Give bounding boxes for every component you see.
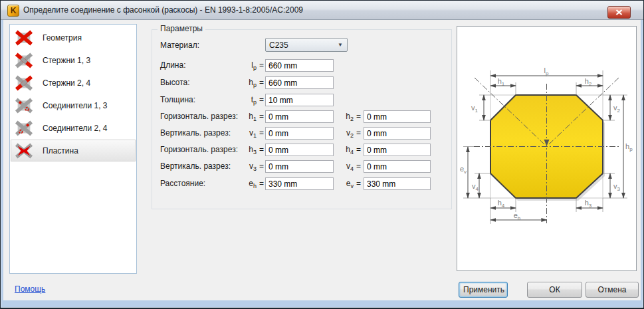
cancel-button[interactable]: Отмена bbox=[586, 282, 639, 298]
vertical-cut-label-2: Вертикаль. разрез: bbox=[160, 161, 231, 171]
length-row: Длина: lp= bbox=[152, 59, 451, 72]
height-label: Высота: bbox=[160, 78, 190, 87]
sidebar-list: Геометрия Стержни 1, 3 Стержни 2 bbox=[9, 24, 137, 274]
horizontal-cut-label-2: Горизонталь. разрез: bbox=[160, 145, 238, 154]
plate-icon bbox=[14, 140, 34, 161]
sidebar-item-members-1-3[interactable]: Стержни 1, 3 bbox=[11, 49, 136, 71]
material-value: C235 bbox=[269, 41, 338, 50]
sidebar-item-label: Стержни 2, 4 bbox=[43, 78, 90, 88]
help-link[interactable]: Помощь bbox=[15, 284, 45, 294]
braces-2-4-icon bbox=[14, 72, 34, 94]
group-title: Параметры bbox=[158, 24, 205, 33]
dim-label-h4: h4 bbox=[498, 199, 505, 209]
ev-input[interactable] bbox=[364, 177, 431, 190]
v2-input[interactable] bbox=[364, 127, 431, 140]
close-button[interactable] bbox=[607, 6, 631, 19]
ok-button[interactable]: ОК bbox=[527, 282, 582, 298]
dim-label-v1: v1 bbox=[471, 104, 479, 114]
sidebar-item-geometry[interactable]: Геометрия bbox=[11, 27, 136, 49]
horizontal-cut-1-2-row: Горизонталь. разрез: h1= h2= bbox=[152, 110, 451, 124]
material-row: Материал: C235 ▼ bbox=[152, 39, 451, 52]
dim-label-lp: lp bbox=[544, 66, 549, 76]
window-title: Определите соединение с фасонкой (раскос… bbox=[23, 1, 303, 20]
ev-symbol: ev= bbox=[337, 179, 361, 189]
apply-button[interactable]: Применить bbox=[459, 282, 508, 298]
sidebar-item-label: Геометрия bbox=[43, 33, 82, 43]
vertical-cut-label: Вертикаль. разрез: bbox=[160, 128, 231, 138]
vertical-cut-3-4-row: Вертикаль. разрез: v3= v4= bbox=[152, 160, 451, 173]
eh-symbol: eh= bbox=[232, 179, 264, 189]
sidebar-item-label: Стержни 1, 3 bbox=[43, 56, 90, 65]
h3-symbol: h3= bbox=[232, 145, 264, 155]
braces-1-3-icon bbox=[14, 50, 34, 71]
v1-symbol: v1= bbox=[232, 128, 264, 139]
v3-symbol: v3= bbox=[232, 161, 264, 172]
dim-label-v2: v2 bbox=[613, 104, 621, 114]
h4-input[interactable] bbox=[364, 144, 431, 156]
dropdown-arrow-icon: ▼ bbox=[338, 42, 343, 48]
h2-symbol: h2= bbox=[337, 112, 361, 122]
plate-diagram: lp h1 h2 v1 v2 hp ev v4 v3 h4 h3 eh bbox=[457, 27, 636, 270]
horizontal-cut-3-4-row: Горизонталь. разрез: h3= h4= bbox=[152, 144, 451, 157]
app-icon: K bbox=[7, 5, 19, 17]
distance-row: Расстояние: eh= ev= bbox=[152, 177, 451, 191]
distance-label: Расстояние: bbox=[160, 179, 205, 188]
v2-symbol: v2= bbox=[337, 128, 361, 139]
thickness-input[interactable] bbox=[265, 94, 334, 106]
dim-label-hp: hp bbox=[625, 142, 633, 152]
titlebar[interactable]: K Определите соединение с фасонкой (раск… bbox=[1, 1, 643, 20]
connectors-2-4-icon bbox=[14, 118, 34, 139]
dim-label-ev: ev bbox=[460, 165, 467, 175]
dim-label-h3: h3 bbox=[585, 199, 592, 209]
preview-panel: lp h1 h2 v1 v2 hp ev v4 v3 h4 h3 eh bbox=[457, 26, 637, 271]
sidebar-item-connectors-1-3[interactable]: Соединители 1, 3 bbox=[11, 94, 136, 116]
parameters-group: Параметры Материал: C235 ▼ Длина: lp= Вы… bbox=[152, 29, 452, 209]
length-input[interactable] bbox=[265, 59, 334, 72]
dialog-window: K Определите соединение с фасонкой (раск… bbox=[0, 0, 644, 309]
horizontal-cut-label: Горизонталь. разрез: bbox=[160, 112, 238, 121]
h1-input[interactable] bbox=[265, 110, 334, 123]
thickness-symbol: tp= bbox=[232, 95, 264, 106]
thickness-row: Толщина: tp= bbox=[152, 94, 451, 107]
eh-input[interactable] bbox=[265, 177, 334, 190]
sidebar-item-label: Соединители 1, 3 bbox=[43, 101, 107, 110]
h4-symbol: h4= bbox=[337, 145, 361, 155]
dim-label-v4: v4 bbox=[472, 182, 479, 192]
v1-input[interactable] bbox=[265, 127, 334, 140]
h2-input[interactable] bbox=[364, 110, 431, 123]
v3-input[interactable] bbox=[265, 160, 334, 173]
v4-input[interactable] bbox=[364, 160, 431, 173]
h1-symbol: h1= bbox=[232, 112, 264, 122]
height-input[interactable] bbox=[265, 76, 334, 89]
length-label: Длина: bbox=[160, 60, 185, 70]
sidebar-item-connectors-2-4[interactable]: Соединители 2, 4 bbox=[11, 117, 136, 139]
sidebar-item-label: Соединители 2, 4 bbox=[43, 124, 107, 133]
height-row: Высота: hp= bbox=[152, 76, 451, 90]
sidebar-item-plate[interactable]: Пластина bbox=[11, 140, 136, 161]
close-icon bbox=[615, 9, 623, 15]
material-combobox[interactable]: C235 ▼ bbox=[265, 38, 348, 52]
connectors-1-3-icon bbox=[14, 95, 34, 116]
geometry-braces-icon bbox=[14, 27, 34, 49]
h3-input[interactable] bbox=[265, 144, 334, 156]
vertical-cut-1-2-row: Вертикаль. разрез: v1= v2= bbox=[152, 127, 451, 140]
dim-label-v3: v3 bbox=[613, 182, 621, 192]
v4-symbol: v4= bbox=[337, 161, 361, 172]
thickness-label: Толщина: bbox=[160, 95, 195, 104]
material-label: Материал: bbox=[160, 41, 199, 50]
length-symbol: lp= bbox=[232, 60, 264, 71]
sidebar-item-members-2-4[interactable]: Стержни 2, 4 bbox=[11, 72, 136, 94]
height-symbol: hp= bbox=[232, 78, 264, 88]
sidebar-item-label: Пластина bbox=[43, 146, 78, 155]
dialog-client-area: Геометрия Стержни 1, 3 Стержни 2 bbox=[3, 20, 641, 300]
